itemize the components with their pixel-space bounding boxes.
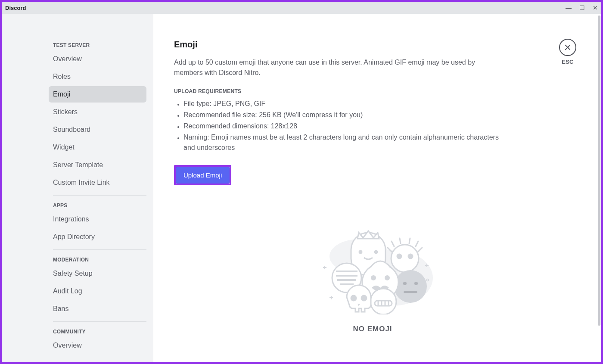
content-wrap: ESC Emoji Add up to 50 custom emoji that… [153, 14, 601, 362]
sidebar-item-integrations[interactable]: Integrations [49, 211, 146, 227]
sidebar-heading-community: COMMUNITY [49, 326, 146, 337]
empty-state-illustration [304, 211, 441, 314]
page-title: Emoji [174, 40, 571, 50]
maximize-icon[interactable]: ☐ [579, 4, 585, 11]
sidebar-item-stickers[interactable]: Stickers [49, 104, 146, 120]
svg-point-12 [414, 282, 418, 285]
scrollbar-thumb[interactable] [598, 16, 600, 326]
svg-point-7 [391, 245, 419, 272]
sidebar-item-roles[interactable]: Roles [49, 68, 146, 85]
svg-point-9 [408, 254, 413, 258]
upload-emoji-highlight: Upload Emoji [174, 165, 231, 185]
sidebar-item-community-overview[interactable]: Overview [49, 337, 146, 354]
requirement-item: Recommended file size: 256 KB (We'll com… [183, 110, 510, 120]
sidebar-divider [53, 321, 146, 322]
requirement-item: File type: JPEG, PNG, GIF [183, 99, 510, 109]
close-window-icon[interactable]: ✕ [593, 4, 598, 11]
requirements-list: File type: JPEG, PNG, GIF Recommended fi… [174, 99, 510, 153]
sidebar-item-overview[interactable]: Overview [49, 51, 146, 67]
svg-point-25 [361, 296, 367, 301]
sidebar-heading-apps: APPS [49, 200, 146, 211]
sidebar-item-custom-invite-link[interactable]: Custom Invite Link [49, 174, 146, 191]
scrollbar[interactable] [597, 14, 601, 362]
sidebar-heading-server: TEST SERVER [49, 40, 146, 51]
settings-content: ESC Emoji Add up to 50 custom emoji that… [153, 14, 597, 362]
svg-point-10 [394, 270, 427, 303]
window-controls: — ☐ ✕ [566, 4, 598, 11]
app-window: Discord — ☐ ✕ TEST SERVER Overview Roles… [0, 0, 603, 364]
titlebar: Discord — ☐ ✕ [2, 2, 601, 14]
app-body: TEST SERVER Overview Roles Emoji Sticker… [2, 14, 601, 362]
svg-point-8 [397, 254, 401, 258]
svg-point-6 [375, 251, 377, 253]
sidebar-divider [53, 249, 146, 250]
empty-state-title: NO EMOJI [174, 325, 571, 333]
sidebar-item-soundboard[interactable]: Soundboard [49, 121, 146, 138]
svg-point-17 [385, 276, 389, 280]
svg-point-11 [403, 282, 407, 285]
sidebar-item-bans[interactable]: Bans [49, 301, 146, 317]
requirement-item: Recommended dimensions: 128x128 [183, 121, 510, 131]
svg-point-16 [372, 276, 376, 280]
sidebar-heading-moderation: MODERATION [49, 254, 146, 265]
upload-emoji-button[interactable]: Upload Emoji [176, 167, 230, 184]
svg-point-5 [359, 251, 362, 253]
requirement-item: Naming: Emoji names must be at least 2 c… [183, 132, 510, 153]
minimize-icon[interactable]: — [566, 4, 572, 11]
sidebar-item-widget[interactable]: Widget [49, 139, 146, 156]
close-icon[interactable] [559, 39, 576, 56]
svg-point-24 [351, 296, 356, 301]
page-description: Add up to 50 custom emoji that anyone ca… [174, 57, 501, 78]
sidebar-divider [53, 195, 146, 196]
close-settings[interactable]: ESC [559, 39, 576, 65]
sidebar-item-safety-setup[interactable]: Safety Setup [49, 265, 146, 282]
window-title: Discord [5, 5, 26, 11]
sidebar-item-server-template[interactable]: Server Template [49, 157, 146, 173]
sidebar-item-emoji[interactable]: Emoji [49, 86, 146, 103]
requirements-heading: UPLOAD REQUIREMENTS [174, 88, 571, 94]
empty-state: NO EMOJI [174, 211, 571, 333]
settings-sidebar: TEST SERVER Overview Roles Emoji Sticker… [2, 14, 153, 362]
sidebar-item-app-directory[interactable]: App Directory [49, 229, 146, 245]
svg-rect-19 [375, 301, 392, 306]
sidebar-item-audit-log[interactable]: Audit Log [49, 283, 146, 299]
close-label: ESC [559, 59, 576, 65]
